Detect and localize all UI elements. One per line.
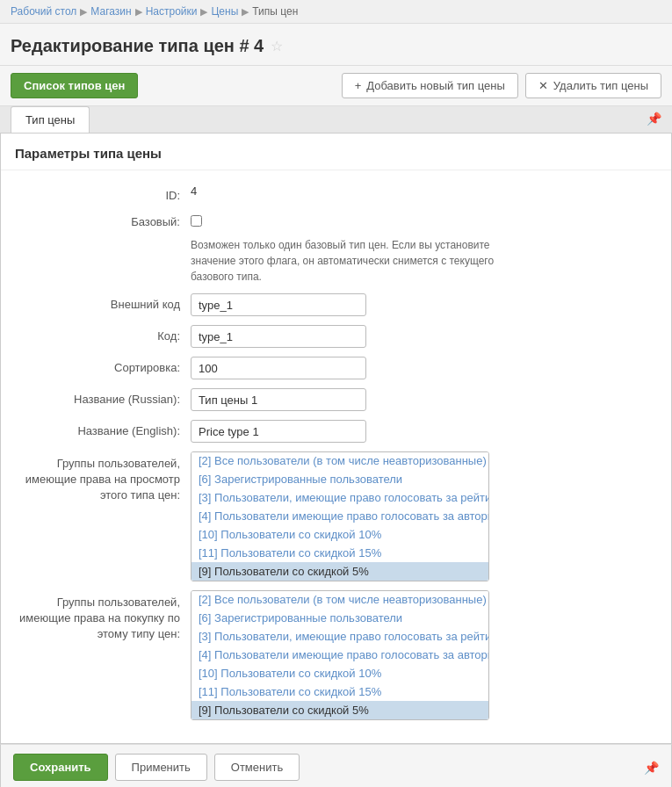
sort-label: Сортировка:: [15, 357, 191, 374]
id-value: 4: [191, 184, 657, 198]
pin-icon: 📌: [647, 112, 661, 126]
tabs-bar: Тип цены 📌: [0, 106, 672, 134]
hint-spacer: [15, 237, 191, 242]
ext-code-row: Внешний код: [15, 293, 657, 316]
name-en-label: Название (English):: [15, 420, 191, 437]
ext-code-label: Внешний код: [15, 293, 191, 311]
bottom-pin-icon: 📌: [644, 761, 659, 775]
groups-buy-label: Группы пользователей, имеющие права на п…: [15, 590, 191, 643]
hint-row: Возможен только один базовый тип цен. Ес…: [15, 237, 657, 285]
save-button[interactable]: Сохранить: [13, 754, 108, 781]
base-label: Базовый:: [15, 211, 191, 228]
cancel-button[interactable]: Отменить: [214, 754, 300, 781]
base-checkbox[interactable]: [191, 215, 202, 227]
plus-icon: +: [355, 79, 362, 92]
name-ru-row: Название (Russian):: [15, 388, 657, 411]
breadcrumb-prices[interactable]: Цены: [211, 5, 238, 18]
favorite-star-icon[interactable]: ☆: [271, 38, 283, 54]
form-body: ID: 4 Базовый: Возможен только один базо…: [1, 170, 671, 743]
code-value: [191, 325, 657, 348]
groups-view-label: Группы пользователей, имеющие права на п…: [15, 451, 191, 504]
name-en-value: [191, 420, 657, 443]
page-title: Редактирование типа цен # 4: [11, 36, 264, 56]
toolbar: Список типов цен + Добавить новый тип це…: [0, 66, 672, 106]
page-header: Редактирование типа цен # 4 ☆: [0, 24, 672, 66]
tab-price-type[interactable]: Тип цены: [11, 106, 90, 133]
breadcrumb-desktop[interactable]: Рабочий стол: [11, 5, 76, 18]
id-row: ID: 4: [15, 184, 657, 202]
add-type-label: Добавить новый тип цены: [366, 79, 505, 92]
main-content: Параметры типа цены ID: 4 Базовый: Возмо…: [0, 134, 672, 744]
groups-buy-row: Группы пользователей, имеющие права на п…: [15, 590, 657, 720]
bottom-bar: Сохранить Применить Отменить 📌: [0, 744, 672, 787]
hint-text: Возможен только один базовый тип цен. Ес…: [191, 237, 524, 285]
delete-type-button[interactable]: ✕ Удалить тип цены: [525, 73, 661, 98]
toolbar-right: + Добавить новый тип цены ✕ Удалить тип …: [342, 73, 661, 98]
list-types-button[interactable]: Список типов цен: [11, 73, 138, 98]
groups-view-listbox-wrapper: [1] Администраторы[2] Все пользователи (…: [191, 451, 657, 581]
add-type-button[interactable]: + Добавить новый тип цены: [342, 73, 518, 98]
cross-icon: ✕: [538, 79, 548, 92]
groups-view-row: Группы пользователей, имеющие права на п…: [15, 451, 657, 581]
code-input[interactable]: [191, 325, 366, 348]
breadcrumb: Рабочий стол ▶ Магазин ▶ Настройки ▶ Цен…: [0, 0, 672, 24]
delete-type-label: Удалить тип цены: [553, 79, 648, 92]
code-row: Код:: [15, 325, 657, 348]
sort-row: Сортировка:: [15, 357, 657, 379]
breadcrumb-shop[interactable]: Магазин: [90, 5, 131, 18]
name-ru-input[interactable]: [191, 388, 366, 411]
apply-button[interactable]: Применить: [115, 754, 207, 781]
sort-input[interactable]: [191, 357, 366, 379]
hint-value: Возможен только один базовый тип цен. Ес…: [191, 237, 657, 285]
ext-code-input[interactable]: [191, 293, 366, 316]
id-label: ID:: [15, 184, 191, 202]
name-en-row: Название (English):: [15, 420, 657, 443]
code-label: Код:: [15, 325, 191, 343]
name-en-input[interactable]: [191, 420, 366, 443]
sort-value: [191, 357, 657, 379]
breadcrumb-current: Типы цен: [252, 5, 298, 18]
groups-buy-listbox[interactable]: [1] Администраторы[2] Все пользователи (…: [191, 590, 489, 720]
base-row: Базовый:: [15, 211, 657, 228]
base-value: [191, 211, 657, 227]
breadcrumb-settings[interactable]: Настройки: [146, 5, 198, 18]
name-ru-value: [191, 388, 657, 411]
groups-buy-listbox-wrapper: [1] Администраторы[2] Все пользователи (…: [191, 590, 657, 720]
groups-view-listbox[interactable]: [1] Администраторы[2] Все пользователи (…: [191, 451, 489, 581]
ext-code-value: [191, 293, 657, 316]
name-ru-label: Название (Russian):: [15, 388, 191, 406]
section-title: Параметры типа цены: [1, 134, 671, 170]
